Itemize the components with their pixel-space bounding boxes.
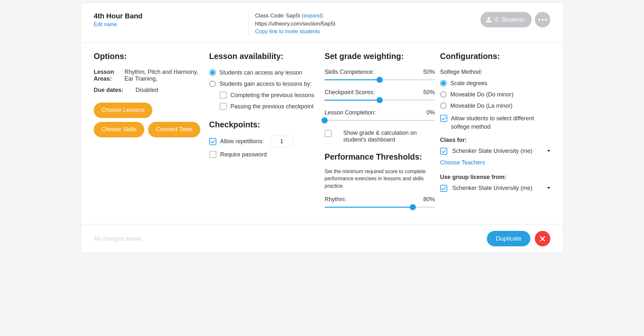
checkbox-icon	[220, 92, 227, 99]
repetitions-input[interactable]	[270, 136, 293, 147]
passing-label: Passing the previous checkpoint	[231, 103, 314, 111]
rhythm-label: Rhythm:	[325, 196, 346, 203]
class-settings-card: 4th Hour Band Edit name Class Code: 5ap5…	[80, 3, 564, 253]
access-any-option[interactable]: Students can access any lesson	[209, 69, 320, 77]
checkpoint-label: Checkpoint Scores:	[325, 89, 375, 96]
choose-skills-button[interactable]: Choose Skills	[94, 122, 144, 137]
moveable-do-do-option[interactable]: Moveable Do (Do minor)	[440, 91, 551, 99]
due-dates-label: Due dates:	[94, 87, 136, 94]
connect-tests-button[interactable]: Connect Tests	[148, 122, 200, 137]
skills-slider-block: Skills Competence: 50%	[325, 69, 435, 83]
perf-heading: Performance Thresholds:	[325, 152, 435, 162]
options-table: Lesson Areas: Rhythm, Pitch and Harmony,…	[94, 69, 204, 94]
options-heading: Options:	[94, 52, 204, 61]
show-grade-option[interactable]: Show grade & calculation on student's da…	[325, 130, 435, 143]
due-dates-value: Disabled	[136, 87, 158, 94]
scale-degrees-label: Scale degrees	[450, 79, 488, 87]
lesson-areas-value: Rhythm, Pitch and Harmony, Ear Training,	[125, 69, 204, 82]
passing-option[interactable]: Passing the previous checkpoint	[220, 103, 320, 111]
choose-lessons-button[interactable]: Choose Lessons	[94, 103, 152, 118]
radio-icon	[209, 81, 216, 87]
moveable-do-la-option[interactable]: Moveable Do (La minor)	[440, 102, 551, 110]
lesson-areas-row: Lesson Areas: Rhythm, Pitch and Harmony,…	[94, 69, 204, 82]
expand-link[interactable]: (expand)	[302, 13, 323, 19]
chevron-down-icon	[547, 150, 550, 152]
gain-subitems: Completing the previous lessons Passing …	[220, 91, 320, 111]
header-right: 0 Students	[480, 12, 550, 27]
availability-column: Lesson availability: Students can access…	[209, 52, 320, 216]
lesson-slider-block: Lesson Completion: 0%	[325, 109, 435, 124]
checkbox-icon	[220, 103, 227, 110]
license-select[interactable]: Schenker State University (me)	[452, 185, 551, 192]
checkpoint-value: 50%	[423, 89, 435, 96]
body: Options: Lesson Areas: Rhythm, Pitch and…	[81, 43, 563, 224]
gain-access-option[interactable]: Students gain access to lessons by:	[209, 80, 320, 88]
dot-icon	[542, 19, 544, 21]
slider-track	[325, 120, 435, 121]
checkpoints-heading: Checkpoints:	[209, 120, 320, 129]
slider-fill	[325, 100, 380, 101]
students-label: Students	[502, 16, 525, 23]
saved-status: All changes saved.	[94, 235, 142, 242]
class-for-select[interactable]: Schenker State University (me)	[452, 148, 551, 154]
footer: All changes saved. Duplicate	[81, 224, 563, 253]
slider-fill	[325, 79, 380, 80]
class-for-row: Schenker State University (me)	[440, 147, 551, 155]
license-row: Schenker State University (me)	[440, 184, 551, 192]
allow-students-label: Allow students to select different solfe…	[451, 114, 551, 131]
checkpoint-slider[interactable]	[325, 97, 435, 104]
slider-thumb	[377, 77, 383, 83]
choose-teachers-link[interactable]: Choose Teachers	[440, 159, 485, 166]
radio-icon	[209, 69, 216, 76]
skills-slider[interactable]	[325, 77, 435, 83]
checkbox-icon[interactable]	[440, 185, 447, 192]
edit-name-link[interactable]: Edit name	[94, 22, 117, 27]
grading-column: Set grade weighting: Skills Competence: …	[325, 52, 435, 216]
lesson-areas-label: Lesson Areas:	[94, 69, 125, 82]
checkbox-icon	[209, 138, 216, 145]
radio-icon	[440, 91, 447, 98]
access-any-label: Students can access any lesson	[220, 69, 302, 77]
copy-link[interactable]: Copy link to invite students	[255, 28, 320, 35]
options-column: Options: Lesson Areas: Rhythm, Pitch and…	[94, 52, 204, 216]
slider-thumb	[377, 97, 383, 103]
class-url: https://utheory.com/section/5ap5t	[255, 20, 335, 28]
checkbox-icon	[325, 130, 332, 137]
skills-label: Skills Competence:	[325, 69, 374, 75]
checkpoint-slider-block: Checkpoint Scores: 50%	[325, 89, 435, 104]
title-block: 4th Hour Band Edit name	[94, 12, 248, 36]
show-grade-label: Show grade & calculation on student's da…	[337, 130, 435, 143]
class-title: 4th Hour Band	[94, 12, 248, 20]
allow-repetitions-label: Allow repetitions:	[220, 137, 264, 145]
license-label: Use group license from:	[440, 174, 551, 181]
more-menu-button[interactable]	[535, 12, 550, 27]
moveable-do-la-label: Moveable Do (La minor)	[450, 102, 513, 110]
lesson-slider[interactable]	[325, 117, 435, 124]
checkbox-icon[interactable]	[440, 148, 447, 155]
require-password-option[interactable]: Require password	[209, 151, 320, 159]
students-button[interactable]: 0 Students	[480, 12, 532, 27]
rhythm-slider-block: Rhythm: 80%	[325, 196, 435, 211]
completing-option[interactable]: Completing the previous lessons	[220, 91, 320, 99]
class-for-label: Class for:	[440, 137, 551, 143]
require-password-label: Require password	[220, 151, 267, 159]
rhythm-value: 80%	[423, 196, 435, 203]
checkbox-icon	[440, 115, 447, 122]
duplicate-button[interactable]: Duplicate	[487, 231, 530, 246]
rhythm-slider[interactable]	[325, 204, 435, 211]
footer-actions: Duplicate	[487, 231, 550, 246]
allow-students-option[interactable]: Allow students to select different solfe…	[440, 114, 551, 131]
close-button[interactable]	[535, 231, 550, 246]
slider-fill	[325, 207, 413, 208]
gain-access-label: Students gain access to lessons by:	[220, 80, 312, 88]
license-value: Schenker State University (me)	[452, 185, 533, 192]
allow-repetitions-option[interactable]: Allow repetitions:	[209, 136, 320, 147]
dot-icon	[545, 19, 547, 21]
header: 4th Hour Band Edit name Class Code: 5ap5…	[81, 3, 563, 43]
user-icon	[486, 16, 492, 23]
scale-degrees-option[interactable]: Scale degrees	[440, 79, 551, 87]
skills-value: 50%	[423, 69, 435, 75]
lesson-label: Lesson Completion:	[325, 109, 376, 116]
radio-icon	[440, 80, 447, 86]
options-buttons: Choose Lessons Choose Skills Connect Tes…	[94, 103, 204, 137]
